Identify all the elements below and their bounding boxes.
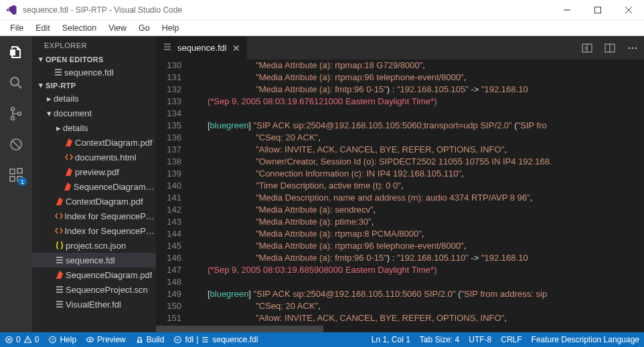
chevron-right-icon: ▸ — [44, 94, 54, 104]
close-button[interactable] — [613, 0, 644, 20]
tree-label: project.scn.json — [66, 241, 126, 251]
menu-help[interactable]: Help — [156, 21, 185, 35]
open-editors-label: OPEN EDITORS — [46, 55, 104, 64]
folder-item[interactable]: ▾document — [32, 106, 156, 120]
status-eol[interactable]: CRLF — [496, 332, 526, 347]
svg-rect-6 — [10, 169, 15, 174]
file-icon — [53, 226, 64, 235]
horizontal-scrollbar[interactable] — [156, 326, 644, 332]
explorer-title: EXPLORER — [32, 36, 156, 53]
svg-point-14 — [635, 47, 637, 49]
explorer-icon[interactable] — [7, 43, 25, 62]
code-editor[interactable]: 1301311321331341351361371381391401411421… — [156, 60, 644, 326]
tree-label: details — [54, 94, 79, 104]
file-item[interactable]: documents.html — [32, 150, 156, 164]
status-help[interactable]: ? Help — [44, 332, 81, 347]
fdl-label: fdl — [185, 335, 193, 344]
tree-label: document — [54, 108, 92, 118]
status-bar: 0 0 ? Help Preview Build fdl | sequence.… — [0, 332, 644, 347]
file-item[interactable]: SequenceDiagram.pdf — [32, 179, 156, 194]
tab-sequence-fdl[interactable]: sequence.fdl ✕ — [156, 36, 248, 60]
close-icon[interactable]: ✕ — [232, 43, 240, 53]
open-editor-item[interactable]: sequence.fdl — [32, 65, 156, 80]
file-icon — [54, 197, 66, 206]
svg-rect-0 — [595, 7, 601, 13]
tree-label: details — [63, 123, 88, 133]
file-item[interactable]: preview.pdf — [32, 164, 156, 179]
code-content[interactable]: "Media Attribute (a): rtpmap:18 G729/800… — [188, 60, 644, 326]
warning-count: 0 — [35, 335, 39, 344]
file-label: sequence.fdl — [64, 68, 114, 78]
status-errors[interactable]: 0 0 — [0, 332, 44, 347]
file-item[interactable]: Index for SequencePro... — [32, 223, 156, 238]
file-icon — [63, 167, 75, 177]
status-preview[interactable]: Preview — [81, 332, 131, 347]
window-title: sequence.fdl - SIP-RTP - Visual Studio C… — [23, 5, 552, 15]
status-position[interactable]: Ln 1, Col 1 — [367, 332, 415, 347]
file-item[interactable]: ContextDiagram.pdf — [32, 194, 156, 209]
file-tree: ▸details▾document▸detailsContextDiagram.… — [32, 91, 156, 312]
tab-label: sequence.fdl — [177, 43, 227, 53]
svg-point-1 — [11, 78, 19, 86]
editor-group: sequence.fdl ✕ 1301311321331341351361371… — [156, 36, 644, 332]
open-editors-header[interactable]: ▾ OPEN EDITORS — [32, 53, 156, 65]
status-encoding[interactable]: UTF-8 — [464, 332, 496, 347]
file-item[interactable]: VisualEther.fdl — [32, 297, 156, 312]
tree-label: VisualEther.fdl — [66, 300, 121, 310]
menu-go[interactable]: Go — [133, 21, 156, 35]
svg-point-18 — [89, 339, 91, 341]
window: sequence.fdl - SIP-RTP - Visual Studio C… — [0, 0, 644, 347]
tree-label: ContextDiagram.pdf — [66, 197, 143, 207]
chevron-down-icon: ▾ — [36, 55, 46, 64]
status-build[interactable]: Build — [131, 332, 169, 347]
minimize-button[interactable] — [552, 0, 582, 20]
file-icon — [54, 241, 66, 250]
file-item[interactable]: SequenceProject.scn — [32, 282, 156, 297]
tab-bar: sequence.fdl ✕ — [156, 36, 644, 60]
preview-label: Preview — [97, 335, 126, 344]
chevron-down-icon: ▾ — [44, 108, 54, 118]
activity-bar: 1 — [0, 36, 32, 332]
file-icon — [52, 68, 64, 77]
menu-file[interactable]: File — [4, 21, 29, 35]
tree-label: Index for SequencePro... — [64, 226, 156, 236]
chevron-right-icon: ▸ — [54, 123, 63, 133]
status-language[interactable]: Feature Description Language — [527, 332, 644, 347]
menu-bar: FileEditSelectionViewGoHelp — [0, 20, 644, 36]
help-label: Help — [60, 335, 76, 344]
workspace-header[interactable]: ▾ SIP-RTP — [32, 80, 156, 91]
status-tabsize[interactable]: Tab Size: 4 — [415, 332, 464, 347]
menu-view[interactable]: View — [102, 21, 133, 35]
tree-label: SequenceDiagram.pdf — [66, 270, 152, 280]
file-icon — [54, 270, 66, 279]
folder-item[interactable]: ▸details — [32, 91, 156, 106]
scrollbar-thumb[interactable] — [156, 326, 323, 332]
file-icon — [54, 285, 66, 294]
menu-selection[interactable]: Selection — [56, 21, 102, 35]
folder-item[interactable]: ▸details — [32, 120, 156, 135]
menu-edit[interactable]: Edit — [29, 21, 56, 35]
debug-icon[interactable] — [7, 135, 25, 154]
split-preview-icon[interactable] — [576, 36, 598, 60]
file-item[interactable]: project.scn.json — [32, 238, 156, 253]
line-gutter: 1301311321331341351361371381391401411421… — [156, 60, 188, 326]
file-item[interactable]: sequence.fdl — [32, 253, 156, 267]
split-editor-icon[interactable] — [598, 36, 621, 60]
search-icon[interactable] — [7, 74, 25, 92]
maximize-button[interactable] — [582, 0, 613, 20]
file-icon — [163, 42, 172, 53]
svg-point-12 — [629, 47, 631, 49]
tree-label: SequenceDiagram.pdf — [74, 182, 156, 192]
vscode-logo-icon — [5, 4, 17, 16]
svg-point-20 — [177, 339, 179, 341]
svg-point-13 — [632, 47, 634, 49]
file-item[interactable]: Index for SequencePro... — [32, 209, 156, 223]
file-item[interactable]: SequenceDiagram.pdf — [32, 267, 156, 282]
more-icon[interactable] — [621, 36, 644, 60]
svg-rect-7 — [10, 177, 15, 181]
extensions-icon[interactable]: 1 — [7, 166, 25, 185]
svg-point-3 — [11, 117, 15, 120]
file-item[interactable]: ContextDiagram.pdf — [32, 135, 156, 150]
source-control-icon[interactable] — [7, 104, 25, 123]
status-fdl[interactable]: fdl | sequence.fdl — [169, 332, 262, 347]
